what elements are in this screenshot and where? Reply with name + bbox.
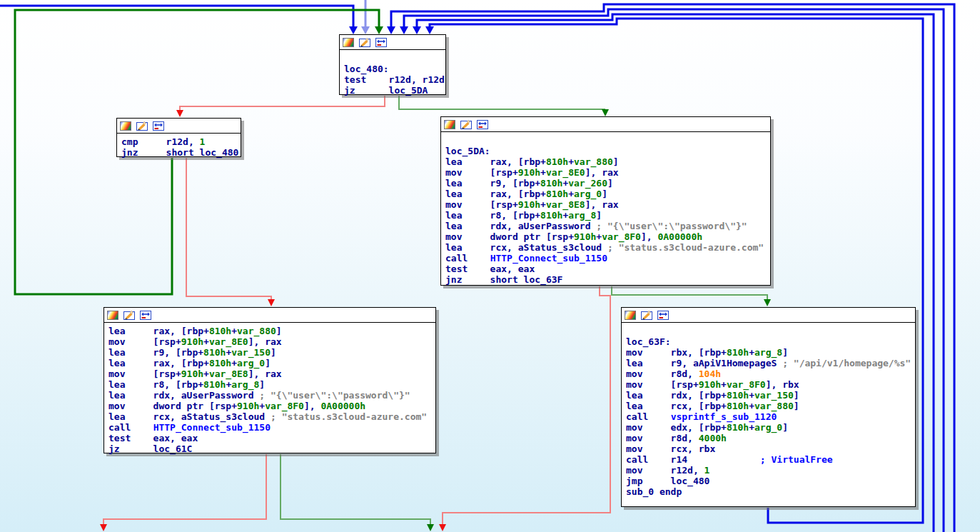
asm-line: jmp loc_480	[626, 476, 915, 486]
asm-line: loc_5DA:	[445, 146, 770, 156]
asm-line: cmp r12d, 1	[121, 136, 241, 147]
graph-node-loc_5DA[interactable]: loc_5DA:lea rax, [rbp+810h+var_880]mov […	[440, 116, 771, 286]
edge-true-loc5DA-to-loc63F-arrowhead	[764, 299, 771, 306]
asm-line: mov [rsp+910h+var_8E0], rax	[108, 336, 435, 347]
node-color-icon[interactable]	[343, 38, 354, 47]
asm-line	[445, 135, 770, 146]
node-disassembly[interactable]: loc_480:test r12d, r12djz loc_5DA	[340, 50, 445, 96]
edge-blue-from-left-to-loc480-arrowhead	[349, 26, 358, 34]
asm-line: call vsprintf_s_sub_1120	[626, 411, 915, 422]
edge-true-connect-to-loc61C-offscreen-arrowhead	[427, 524, 434, 531]
edge-false-connect-to-offscreen-arrowhead	[100, 524, 107, 531]
graph-node-connect_block[interactable]: lea rax, [rbp+810h+var_880]mov [rsp+910h…	[103, 307, 436, 453]
asm-line: mov r8d, 4000h	[626, 433, 915, 443]
asm-line: lea rax, [rbp+810h+arg_0]	[445, 189, 770, 199]
edge-jmp-offscreen3-to-loc480-arrowhead	[413, 26, 421, 34]
node-color-icon[interactable]	[444, 120, 455, 129]
asm-line: lea rax, [rbp+810h+var_880]	[445, 156, 770, 167]
node-disassembly[interactable]: cmp r12d, 1jnz short loc_480	[117, 134, 241, 158]
asm-line	[626, 497, 915, 508]
asm-line: lea rdx, aUserPassword ; "{\"user\":\"pa…	[445, 221, 770, 231]
node-group-icon[interactable]	[375, 38, 387, 47]
asm-line: lea rdx, aUserPassword ; "{\"user\":\"pa…	[108, 390, 435, 401]
edge-false-loc480-to-cmp	[176, 96, 385, 117]
asm-line: mov r12d, 1	[626, 465, 915, 476]
edge-true-loc5DA-to-loc63F	[612, 286, 771, 306]
edge-jmp-offscreen2-to-loc480-arrowhead	[400, 26, 408, 34]
asm-line: lea rcx, aStatus_s3cloud ; "status.s3clo…	[445, 242, 770, 253]
asm-line: loc_480:	[344, 64, 445, 74]
asm-line: test eax, eax	[445, 264, 770, 274]
node-title-bar[interactable]	[441, 117, 770, 132]
asm-line: lea rax, [rbp+810h+arg_0]	[108, 358, 435, 368]
asm-line: lea r8, [rbp+810h+arg_8]	[445, 210, 770, 221]
asm-line: lea rax, [rbp+810h+var_880]	[108, 326, 435, 336]
asm-line: lea r9, [rbp+810h+var_150]	[108, 347, 435, 358]
node-color-icon[interactable]	[120, 121, 131, 131]
node-edit-icon[interactable]	[460, 120, 472, 129]
edge-false-cmp-to-connect-arrowhead	[268, 299, 275, 306]
edge-false-cmp-to-connect	[186, 158, 275, 306]
node-disassembly[interactable]: loc_63F:mov rbx, [rbp+810h+arg_8]lea r9,…	[622, 323, 915, 508]
asm-line: mov dword ptr [rsp+910h+var_8F0], 0A0000…	[108, 401, 435, 411]
edge-jmp-loc63F-to-loc480-arrowhead	[425, 26, 434, 34]
asm-line: mov rcx, rbx	[626, 443, 915, 454]
asm-line: test r12d, r12d	[344, 74, 445, 85]
asm-line: mov [rsp+910h+var_8E0], rax	[445, 167, 770, 178]
asm-line: loc_63F:	[626, 336, 915, 347]
asm-line: test eax, eax	[108, 433, 435, 443]
asm-line	[626, 326, 915, 336]
asm-line: jnz short loc_63F	[445, 274, 770, 285]
asm-line: mov [rsp+910h+var_8E8], rax	[445, 199, 770, 210]
node-disassembly[interactable]: lea rax, [rbp+810h+var_880]mov [rsp+910h…	[104, 323, 435, 454]
graph-node-loc_63F[interactable]: loc_63F:mov rbx, [rbp+810h+arg_8]lea r9,…	[621, 307, 916, 507]
edge-false-loc5DA-to-offscreen-arrowhead	[439, 524, 446, 531]
asm-line: mov edx, [rbp+810h+arg_0]	[626, 422, 915, 433]
node-edit-icon[interactable]	[123, 311, 135, 320]
asm-line: mov [rsp+910h+var_8F0], rbx	[626, 379, 915, 390]
node-edit-icon[interactable]	[136, 121, 148, 131]
asm-line: mov r8d, 104h	[626, 368, 915, 379]
edge-true-loc480-to-loc5DA-arrowhead	[602, 109, 609, 116]
node-title-bar[interactable]	[104, 308, 435, 323]
node-title-bar[interactable]	[622, 308, 915, 323]
graph-node-loc_480[interactable]: loc_480:test r12d, r12djz loc_5DA	[339, 34, 446, 95]
asm-line: jz loc_61C	[108, 443, 435, 454]
edge-false-loc480-to-cmp-arrowhead	[176, 110, 183, 117]
edge-false-connect-to-offscreen	[100, 454, 266, 531]
asm-line: lea rdx, [rbp+810h+var_150]	[626, 390, 915, 401]
asm-line: lea rcx, [rbp+810h+var_880]	[626, 401, 915, 411]
asm-line: call HTTP_Connect_sub_1150	[108, 422, 435, 433]
edge-jmp-offscreen1-to-loc480-arrowhead	[387, 26, 395, 34]
asm-line: jz loc_5DA	[344, 85, 445, 96]
edge-false-loc5DA-to-offscreen	[439, 286, 610, 531]
edge-true-connect-to-loc61C-offscreen	[281, 454, 434, 531]
node-group-icon[interactable]	[477, 120, 488, 129]
ida-graph-view[interactable]: loc_480:test r12d, r12djz loc_5DA cmp r1…	[0, 0, 980, 532]
asm-line: mov rbx, [rbp+810h+arg_8]	[626, 347, 915, 358]
node-title-bar[interactable]	[340, 35, 445, 50]
node-group-icon[interactable]	[140, 311, 151, 320]
node-edit-icon[interactable]	[359, 38, 370, 47]
node-group-icon[interactable]	[657, 311, 669, 320]
asm-line	[344, 53, 445, 64]
asm-line: lea rcx, aStatus_s3cloud ; "status.s3clo…	[108, 411, 435, 422]
asm-line: lea r9, [rbp+810h+var_260]	[445, 178, 770, 189]
node-color-icon[interactable]	[107, 311, 118, 320]
node-edit-icon[interactable]	[641, 311, 652, 320]
node-title-bar[interactable]	[117, 119, 241, 134]
edge-true-cmp-to-loc480-loop-arrowhead	[375, 26, 383, 34]
graph-node-cmp_block[interactable]: cmp r12d, 1jnz short loc_480	[116, 118, 241, 157]
asm-line: lea r8, [rbp+810h+arg_8]	[108, 379, 435, 390]
asm-line: sub_0 endp	[626, 486, 915, 497]
edge-fallthrough-from-top-to-loc480-arrowhead	[361, 26, 370, 34]
asm-line: call HTTP_Connect_sub_1150	[445, 253, 770, 264]
edge-true-loc480-to-loc5DA	[399, 96, 609, 116]
asm-line: lea r9, aApiV1HomepageS ; "/api/v1/homep…	[626, 358, 915, 368]
edge-fallthrough-from-top-to-loc480	[361, 0, 370, 34]
asm-line: call r14 ; VirtualFree	[626, 454, 915, 465]
asm-line: mov dword ptr [rsp+910h+var_8F0], 0A0000…	[445, 231, 770, 242]
node-disassembly[interactable]: loc_5DA:lea rax, [rbp+810h+var_880]mov […	[441, 132, 770, 285]
node-group-icon[interactable]	[153, 121, 164, 131]
node-color-icon[interactable]	[625, 311, 636, 320]
